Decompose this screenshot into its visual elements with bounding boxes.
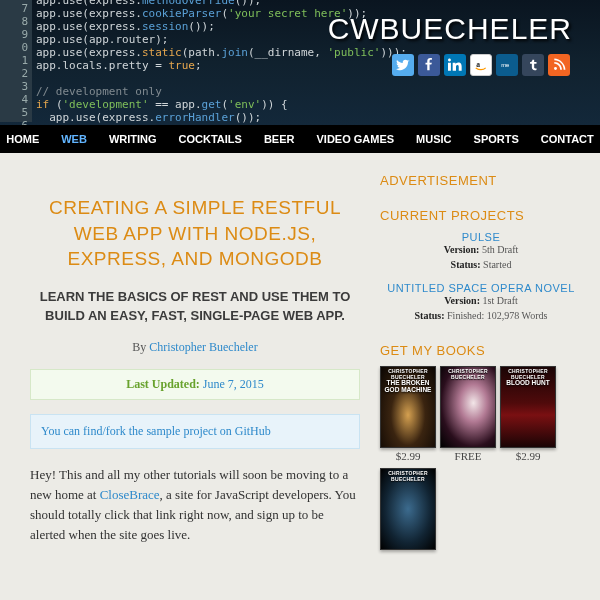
svg-point-2 (554, 67, 557, 70)
rss-icon[interactable] (548, 54, 570, 76)
nav-beer[interactable]: BEER (264, 134, 295, 145)
amazon-icon[interactable]: a (470, 54, 492, 76)
books-block: GET MY BOOKS CHRISTOPHER BUECHELERTHE BR… (380, 343, 582, 552)
ad-heading: ADVERTISEMENT (380, 173, 582, 188)
site-title: CWBUECHELER (328, 12, 572, 46)
nav-contact[interactable]: CONTACT (541, 134, 594, 145)
project-title-link[interactable]: PULSE (380, 231, 582, 243)
article-subtitle: LEARN THE BASICS OF REST AND USE THEM TO… (38, 288, 352, 326)
aboutme-icon[interactable]: me (496, 54, 518, 76)
books-heading: GET MY BOOKS (380, 343, 582, 358)
project-title-link[interactable]: UNTITLED SPACE OPERA NOVEL (380, 282, 582, 294)
book-item[interactable]: CHRISTOPHER BUECHELER (380, 468, 436, 552)
book-item[interactable]: CHRISTOPHER BUECHELERTHE BROKEN GOD MACH… (380, 366, 436, 462)
book-item[interactable]: CHRISTOPHER BUECHELERBLOOD HUNT $2.99 (500, 366, 556, 462)
nav-web[interactable]: WEB (61, 134, 87, 145)
nav-sports[interactable]: SPORTS (474, 134, 519, 145)
book-price: $2.99 (500, 450, 556, 462)
svg-text:a: a (476, 60, 480, 69)
code-gutter: 7890123456 (0, 0, 32, 122)
tumblr-icon[interactable] (522, 54, 544, 76)
github-link[interactable]: You can find/fork the sample project on … (30, 414, 360, 449)
nav-writing[interactable]: WRITING (109, 134, 157, 145)
author-link[interactable]: Christopher Buecheler (149, 340, 257, 354)
main-nav: HOME WEB WRITING COCKTAILS BEER VIDEO GA… (0, 125, 600, 153)
social-links: a me (392, 54, 570, 76)
facebook-icon[interactable] (418, 54, 440, 76)
article-title: CREATING A SIMPLE RESTFUL WEB APP WITH N… (30, 195, 360, 272)
book-price: FREE (440, 450, 496, 462)
projects-heading: CURRENT PROJECTS (380, 208, 582, 223)
svg-text:me: me (501, 62, 509, 68)
linkedin-icon[interactable] (444, 54, 466, 76)
nav-music[interactable]: MUSIC (416, 134, 451, 145)
book-item[interactable]: CHRISTOPHER BUECHELER FREE (440, 366, 496, 462)
twitter-icon[interactable] (392, 54, 414, 76)
project-item: PULSE Version: 5th Draft Status: Started (380, 231, 582, 272)
advertisement-block: ADVERTISEMENT (380, 173, 582, 188)
project-item: UNTITLED SPACE OPERA NOVEL Version: 1st … (380, 282, 582, 323)
current-projects-block: CURRENT PROJECTS PULSE Version: 5th Draf… (380, 208, 582, 323)
last-updated: Last Updated: June 7, 2015 (30, 369, 360, 400)
intro-paragraph: Hey! This and all my other tutorials wil… (30, 465, 360, 546)
nav-home[interactable]: HOME (6, 134, 39, 145)
hero-banner: 7890123456 app.use(express.methodOverrid… (0, 0, 600, 125)
byline: By Christopher Buecheler (30, 340, 360, 355)
nav-cocktails[interactable]: COCKTAILS (179, 134, 242, 145)
sidebar: ADVERTISEMENT CURRENT PROJECTS PULSE Ver… (380, 173, 582, 572)
article: CREATING A SIMPLE RESTFUL WEB APP WITH N… (30, 173, 360, 572)
closebrace-link[interactable]: CloseBrace (100, 487, 160, 502)
book-price: $2.99 (380, 450, 436, 462)
nav-video-games[interactable]: VIDEO GAMES (316, 134, 394, 145)
